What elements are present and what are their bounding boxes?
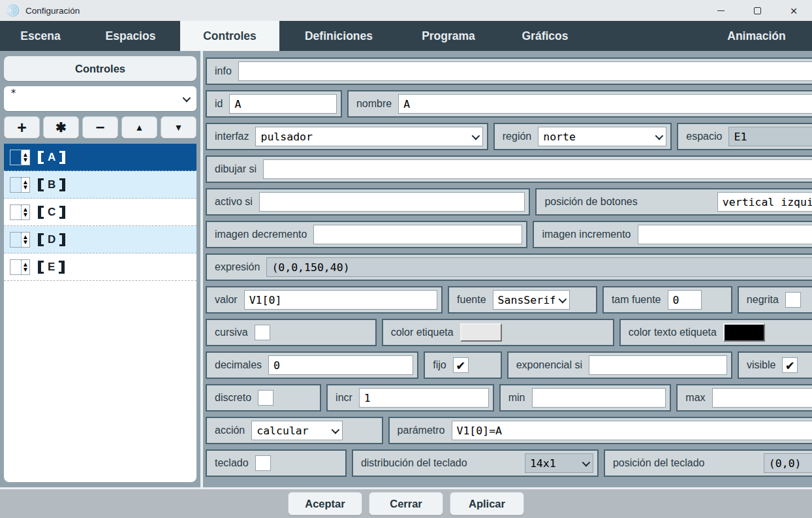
field-teclado: teclado [206,449,347,477]
tab-escena[interactable]: Escena [0,21,81,51]
field-activo-si: activo si [206,188,530,216]
apply-button[interactable]: Aplicar [450,492,524,515]
negrita-checkbox[interactable] [785,292,801,308]
add-control-button[interactable]: + [4,116,40,138]
interfaz-select[interactable]: pulsador [255,127,482,146]
duplicate-control-button[interactable]: ✱ [43,116,79,138]
close-icon: × [790,5,797,17]
field-distribucion-teclado: distribución del teclado 14x1 [352,449,599,477]
espacio-select[interactable]: E1 [728,127,812,146]
color-texto-etiqueta-swatch[interactable] [723,323,765,342]
spinner-control-icon: ▲▼ [10,150,30,165]
field-posicion-botones: posición de botones vertical izquierda [535,188,812,216]
field-decimales: decimales [206,351,418,379]
field-color-etiqueta: color etiqueta [382,319,614,346]
distribucion-teclado-select[interactable]: 14x1 [525,453,593,473]
expresion-input [266,257,812,277]
max-input[interactable] [712,388,812,408]
valor-input[interactable] [244,290,437,310]
bracket-left [38,206,44,219]
spinner-control-icon: ▲▼ [10,259,30,275]
field-tam-fuente: tam fuente [602,286,732,314]
field-visible: visible ✔ [738,351,812,379]
maximize-button[interactable] [739,0,775,21]
min-input[interactable] [532,388,666,408]
discreto-checkbox[interactable] [258,390,273,406]
posicion-botones-select[interactable]: vertical izquierda [717,192,812,212]
move-down-button[interactable]: ▼ [161,116,196,138]
field-valor: valor [206,286,443,314]
teclado-checkbox[interactable] [255,455,271,471]
spinner-control-icon: ▲▼ [10,177,30,193]
visible-checkbox[interactable]: ✔ [782,357,798,373]
app-logo-icon [7,4,20,17]
field-accion: acción calcular [206,417,383,444]
field-parametro: parámetro [388,417,812,444]
field-nombre: nombre [347,90,812,118]
exponencial-si-input[interactable] [589,355,727,375]
sidebar-header: Controles [4,56,196,81]
accion-select[interactable]: calcular [251,421,343,440]
field-min: min [499,384,672,412]
field-imagen-decremento: imagen decremento [206,221,527,248]
field-dibujar-si: dibujar si [206,155,812,183]
titlebar: Configuración × [0,0,812,21]
tab-graficos[interactable]: Gráficos [499,21,591,51]
bracket-right [59,261,65,274]
info-input[interactable] [238,61,812,81]
field-discreto: discreto [206,384,321,412]
close-dialog-button[interactable]: Cerrar [369,492,443,515]
tab-controles[interactable]: Controles [180,21,279,51]
cursiva-checkbox[interactable] [255,325,270,340]
bracket-right [59,233,65,246]
fijo-checkbox[interactable]: ✔ [453,357,469,373]
field-interfaz: interfaz pulsador [206,123,488,150]
parametro-input[interactable] [452,421,812,440]
tab-animacion[interactable]: Animación [701,21,812,51]
chevron-down-icon [332,425,340,434]
field-incr: incr [326,384,494,412]
decimales-input[interactable] [268,355,413,375]
accept-button[interactable]: Aceptar [288,492,362,515]
tab-programa[interactable]: Programa [398,21,499,51]
controls-filter-select[interactable]: * [4,86,196,111]
field-negrita: negrita [738,286,812,314]
bracket-left [38,178,44,191]
bracket-right [59,151,65,164]
field-id: id [206,90,342,118]
maximize-icon [754,7,761,14]
list-item-a[interactable]: ▲▼ A [4,144,196,171]
imagen-decremento-input[interactable] [313,225,522,244]
list-item-e[interactable]: ▲▼ E [4,253,196,281]
color-etiqueta-swatch[interactable] [460,323,502,342]
chevron-down-icon [558,295,567,303]
list-item-c[interactable]: ▲▼ C [4,199,196,226]
list-item-d[interactable]: ▲▼ D [4,226,196,253]
dibujar-si-input[interactable] [263,159,812,179]
move-up-button[interactable]: ▲ [121,116,157,138]
tab-definiciones[interactable]: Definiciones [279,21,398,51]
chevron-down-icon [183,93,191,102]
list-item-b[interactable]: ▲▼ B [4,171,196,199]
dialog-footer: Aceptar Cerrar Aplicar [0,487,812,518]
filter-value: * [10,86,16,101]
field-cursiva: cursiva [206,319,377,346]
minimize-button[interactable] [702,0,739,21]
remove-control-button[interactable]: − [82,116,118,138]
close-button[interactable]: × [775,0,812,21]
nombre-input[interactable] [398,94,812,114]
field-info: info [206,57,812,85]
id-input[interactable] [229,94,336,114]
tab-espacios[interactable]: Espacios [81,21,180,51]
incr-input[interactable] [359,388,489,408]
fuente-select[interactable]: SansSerif [493,290,570,310]
tam-fuente-input[interactable] [668,290,702,310]
field-fuente: fuente SansSerif [448,286,597,314]
imagen-incremento-input[interactable] [638,225,812,244]
field-color-texto-etiqueta: color texto etiqueta [619,319,812,346]
bracket-right [59,206,65,219]
region-select[interactable]: norte [538,127,666,146]
bracket-left [38,151,44,164]
activo-si-input[interactable] [259,192,525,212]
field-expresion: expresión [206,253,812,281]
